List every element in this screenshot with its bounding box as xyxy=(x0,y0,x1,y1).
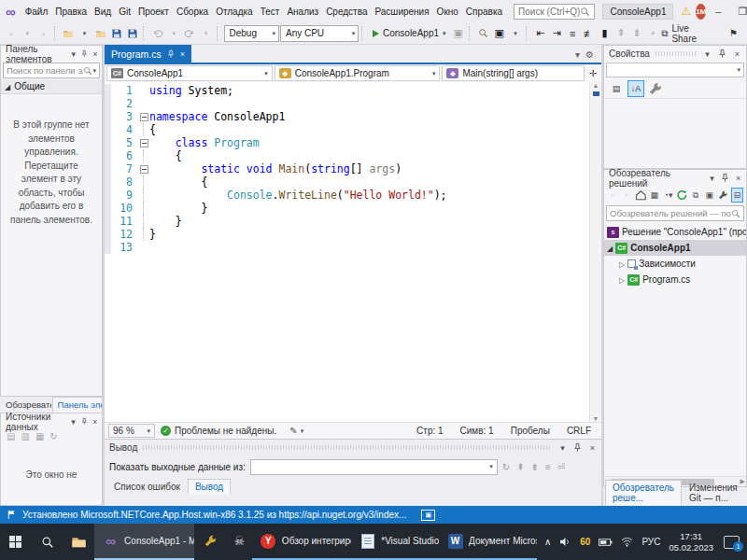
document-tab-programcs[interactable]: Program.cs × xyxy=(105,45,191,63)
navigate-back-dropdown[interactable]: ▾ xyxy=(20,25,35,42)
tab-git-changes[interactable]: Изменения Git — п... xyxy=(682,480,747,506)
redo-icon[interactable] xyxy=(182,25,197,42)
start-debugging-button[interactable]: ConsoleApp1 ▾ xyxy=(369,25,450,42)
menu-file[interactable]: Файл xyxy=(21,4,52,20)
solution-configuration-combo[interactable]: Debug▾ xyxy=(224,25,279,42)
clear-all-icon[interactable]: ≡ xyxy=(545,462,551,472)
edit-data-source-icon[interactable]: ▥ xyxy=(21,431,29,442)
save-all-icon[interactable] xyxy=(125,25,140,42)
battery-icon[interactable] xyxy=(599,538,613,547)
feedback-icon[interactable]: ⚑ xyxy=(729,28,738,38)
taskbar-app-yandex[interactable]: Y Обзор интегриров... xyxy=(252,524,351,560)
tray-expand-chevron-icon[interactable]: ∧ xyxy=(544,537,551,547)
spaces-indicator[interactable]: Пробелы xyxy=(502,426,558,436)
tab-solution-explorer[interactable]: Обозреватель реше... xyxy=(605,480,682,506)
fold-collapse-icon[interactable] xyxy=(139,110,149,123)
open-file-icon[interactable] xyxy=(93,25,108,42)
back-icon[interactable]: ◦ xyxy=(607,188,619,203)
live-share-button[interactable]: ⧉ Live Share ⚑ xyxy=(661,23,743,44)
add-data-source-icon[interactable]: ▤ xyxy=(7,431,15,442)
project-dropdown[interactable]: C# ConsoleApp1 ▾ xyxy=(106,65,273,81)
menu-analyze[interactable]: Анализ xyxy=(283,4,322,20)
categorized-view-icon[interactable]: ▤ xyxy=(608,80,625,97)
configure-icon[interactable]: ▦ xyxy=(35,431,44,442)
menu-view[interactable]: Вид xyxy=(91,4,115,20)
code-editor[interactable]: 1using System; 2 3namespace ConsoleApp1 … xyxy=(105,82,601,422)
user-avatar[interactable]: 1М xyxy=(696,4,706,20)
column-indicator[interactable]: Симв: 1 xyxy=(452,426,502,436)
pin-icon[interactable] xyxy=(80,49,88,59)
editor-vertical-scrollbar[interactable]: ▲ ▼ xyxy=(589,82,601,422)
window-position-icon[interactable]: ▾ xyxy=(557,443,569,453)
window-position-icon[interactable]: ▾ xyxy=(707,174,717,183)
status-message[interactable]: Установлено Microsoft.NETCore.App.Host.w… xyxy=(22,510,406,520)
hot-reload-icon[interactable]: ▣ xyxy=(451,25,466,42)
line-indicator[interactable]: Стр: 1 xyxy=(408,426,451,436)
pin-icon[interactable] xyxy=(716,49,728,59)
menu-build[interactable]: Сборка xyxy=(173,4,212,20)
window-position-icon[interactable]: ▾ xyxy=(70,49,78,59)
member-dropdown[interactable]: ◈ Main(string[] args) xyxy=(442,65,585,81)
pin-icon[interactable] xyxy=(720,173,730,183)
close-icon[interactable]: × xyxy=(92,49,99,59)
pending-changes-filter-icon[interactable]: ◔▾ xyxy=(662,188,674,203)
find-dropdown[interactable]: ▾ xyxy=(508,25,523,42)
bookmark-icon[interactable]: ▮ xyxy=(598,25,613,42)
indent-increase-icon[interactable]: ⇥ xyxy=(549,25,564,42)
properties-object-combo[interactable]: ▾ xyxy=(606,63,744,77)
forward-icon[interactable]: ◦ xyxy=(621,188,633,203)
goto-prev-message-icon[interactable]: ⇞ xyxy=(516,462,524,472)
minimize-button[interactable]: – xyxy=(706,0,730,22)
properties-wrench-icon[interactable] xyxy=(717,188,729,203)
notification-warning-icon[interactable]: ⚠ xyxy=(681,5,691,18)
split-window-handle[interactable]: ✛ xyxy=(586,68,599,78)
data-sources-title-bar[interactable]: Источники данных ▾ × xyxy=(1,413,102,429)
find-in-files-icon[interactable] xyxy=(476,25,491,42)
fold-collapse-icon[interactable] xyxy=(139,162,149,175)
status-image-icon[interactable]: ▣ xyxy=(421,510,435,521)
undo-dropdown[interactable]: ▾ xyxy=(166,25,181,42)
quick-search-input[interactable]: Поиск (Ctrl+Q) xyxy=(514,4,595,20)
menu-git[interactable]: Git xyxy=(115,4,134,20)
nest-files-icon[interactable]: ⧉ xyxy=(690,188,702,203)
taskbar-app-visual-studio[interactable]: ∞ ConsoleApp1 - Mic... xyxy=(94,524,194,560)
tree-item-project[interactable]: C# ConsoleApp1 xyxy=(604,240,746,256)
alphabetical-view-icon[interactable]: ↓A xyxy=(627,80,644,97)
search-options-dropdown[interactable]: ▾ xyxy=(92,67,96,75)
type-dropdown[interactable]: ◆ ConsoleApp1.Program ▾ xyxy=(275,65,441,81)
line-ending-indicator[interactable]: CRLF xyxy=(558,426,599,436)
menu-edit[interactable]: Правка xyxy=(51,4,91,20)
bookmark-prev-icon[interactable]: ⇞ xyxy=(613,25,628,42)
refresh-icon[interactable] xyxy=(676,188,688,203)
menu-test[interactable]: Тест xyxy=(257,4,284,20)
tree-item-programcs[interactable]: C# Program.cs xyxy=(604,272,746,287)
tab-toolbox[interactable]: Панель эле... xyxy=(52,397,103,413)
window-position-icon[interactable]: ▾ xyxy=(701,49,713,59)
taskbar-app-tools[interactable] xyxy=(194,524,223,560)
toolbox-group-header[interactable]: Общие xyxy=(1,79,102,94)
goto-next-message-icon[interactable]: ⇟ xyxy=(531,462,539,472)
menu-project[interactable]: Проект xyxy=(134,4,173,20)
redo-dropdown[interactable]: ▾ xyxy=(199,25,214,42)
toolbox-search-input[interactable]: Поиск по панели элемен ▾ xyxy=(3,63,100,78)
show-all-files-icon[interactable]: ▣ xyxy=(703,188,715,203)
taskbar-app-word[interactable]: W Документ Microso... xyxy=(439,524,537,560)
pin-icon[interactable] xyxy=(571,442,584,453)
menu-debug[interactable]: Отладка xyxy=(212,4,257,20)
wifi-icon[interactable] xyxy=(621,537,633,547)
refresh-icon[interactable]: ↻ xyxy=(49,431,57,442)
pin-icon[interactable] xyxy=(166,49,176,59)
menu-extensions[interactable]: Расширения xyxy=(371,4,432,20)
menu-window[interactable]: Окно xyxy=(433,4,462,20)
save-icon[interactable] xyxy=(109,25,124,42)
indent-decrease-icon[interactable]: ⇤ xyxy=(533,25,548,42)
action-center-icon[interactable]: 1 xyxy=(724,536,740,549)
solution-search-input[interactable]: Обозреватель решений — поиск (Ctrl+» xyxy=(606,205,744,221)
scroll-up-icon[interactable]: ▲ xyxy=(593,82,599,89)
tab-output[interactable]: Вывод xyxy=(188,479,231,495)
undo-icon[interactable] xyxy=(150,25,165,42)
menu-tools[interactable]: Средства xyxy=(322,4,371,20)
output-title-bar[interactable]: Вывод ▾ × xyxy=(105,440,601,455)
taskbar-search-button[interactable] xyxy=(32,524,63,560)
home-icon[interactable] xyxy=(635,188,647,203)
